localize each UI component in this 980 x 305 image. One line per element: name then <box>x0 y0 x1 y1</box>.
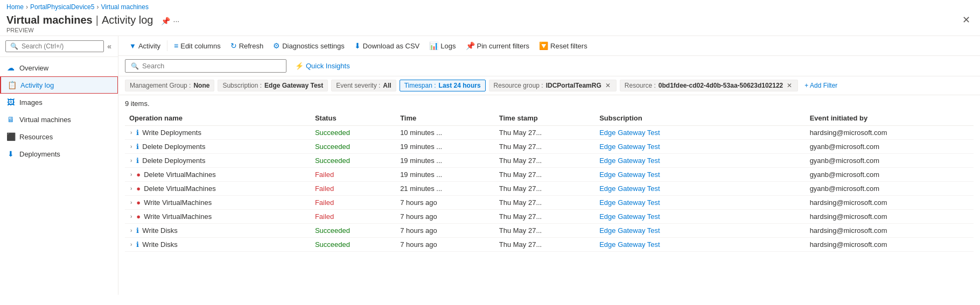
cell-initiated: hardsing@microsoft.com <box>806 210 974 224</box>
diagnostics-icon: ⚙ <box>273 41 280 50</box>
diagnostics-button[interactable]: ⚙ Diagnostics settings <box>269 39 349 52</box>
sidebar-item-virtual-machines[interactable]: 🖥 Virtual machines <box>0 111 118 128</box>
subscription-link[interactable]: Edge Gateway Test <box>599 157 660 165</box>
subscription-link[interactable]: Edge Gateway Test <box>599 198 660 207</box>
quick-insights-button[interactable]: ⚡ Quick Insights <box>291 60 354 72</box>
filter-tag-timespan[interactable]: Timespan : Last 24 hours <box>400 80 486 91</box>
filter-search-input[interactable] <box>142 62 281 70</box>
filter-value: None <box>193 82 209 89</box>
cell-operation: › ℹ Write Deployments <box>125 126 311 140</box>
cell-subscription: Edge Gateway Test <box>595 182 805 196</box>
sidebar-collapse-button[interactable]: « <box>106 41 113 52</box>
col-time[interactable]: Time <box>396 111 495 126</box>
breadcrumb-home[interactable]: Home <box>6 3 24 11</box>
col-status[interactable]: Status <box>311 111 396 126</box>
cell-time: 19 minutes ... <box>396 140 495 154</box>
sidebar-item-images[interactable]: 🖼 Images <box>0 94 118 111</box>
refresh-button[interactable]: ↻ Refresh <box>226 39 268 52</box>
sidebar-search-input[interactable] <box>22 42 99 50</box>
content-area: ▼ Activity ≡ Edit columns ↻ Refresh ⚙ Di… <box>118 36 980 295</box>
reset-filters-label: Reset filters <box>550 42 587 50</box>
cell-subscription: Edge Gateway Test <box>595 238 805 252</box>
add-filter-button[interactable]: + Add Filter <box>801 80 841 91</box>
col-subscription[interactable]: Subscription <box>595 111 805 126</box>
cell-timestamp: Thu May 27... <box>495 168 595 182</box>
cell-subscription: Edge Gateway Test <box>595 196 805 210</box>
expand-button[interactable]: › <box>129 214 133 219</box>
expand-button[interactable]: › <box>129 242 133 247</box>
sidebar-item-resources[interactable]: ⬛ Resources <box>0 128 118 145</box>
expand-button[interactable]: › <box>129 144 133 150</box>
sidebar-item-activity-log[interactable]: 📋 Activity log <box>0 76 118 94</box>
filter-value: Last 24 hours <box>439 82 481 89</box>
expand-button[interactable]: › <box>129 228 133 233</box>
subscription-link[interactable]: Edge Gateway Test <box>599 185 660 193</box>
filter-tag-resource: Resource : 0bd1fdee-cd02-4d0b-53aa-50623… <box>620 80 799 91</box>
reset-filters-icon: 🔽 <box>539 41 548 50</box>
download-button[interactable]: ⬇ Download as CSV <box>350 39 424 52</box>
cell-time: 10 minutes ... <box>396 126 495 140</box>
filter-tag-close-resource-group[interactable]: ✕ <box>604 82 612 89</box>
expand-button[interactable]: › <box>129 172 133 178</box>
operation-name: Delete VirtualMachines <box>144 171 215 179</box>
cell-time: 19 minutes ... <box>396 154 495 168</box>
filter-value: IDCPortalTeamRG <box>546 82 601 89</box>
more-button[interactable]: ··· <box>173 17 180 25</box>
logs-button[interactable]: 📊 Logs <box>425 39 460 52</box>
filter-tag-resource-group: Resource group : IDCPortalTeamRG ✕ <box>489 80 617 91</box>
cell-subscription: Edge Gateway Test <box>595 168 805 182</box>
subscription-link[interactable]: Edge Gateway Test <box>599 240 660 249</box>
pin-filters-button[interactable]: 📌 Pin current filters <box>461 39 534 52</box>
sidebar: 🔍 « ☁ Overview 📋 Activity log 🖼 Images 🖥… <box>0 36 118 295</box>
operation-name: Write VirtualMachines <box>144 198 212 207</box>
cell-subscription: Edge Gateway Test <box>595 154 805 168</box>
sidebar-item-deployments[interactable]: ⬇ Deployments <box>0 145 118 162</box>
table-section: 9 items. Operation name Status Time Time… <box>118 95 980 295</box>
page-title: Virtual machines <box>6 14 93 26</box>
breadcrumb-sep-2: › <box>96 3 99 11</box>
sidebar-item-label: Virtual machines <box>19 116 71 124</box>
filter-search-box[interactable]: 🔍 <box>125 59 286 73</box>
virtual-machines-icon: 🖥 <box>6 115 15 124</box>
close-button[interactable]: ✕ <box>959 13 974 27</box>
cell-operation: › ℹ Delete Deployments <box>125 140 311 154</box>
subscription-link[interactable]: Edge Gateway Test <box>599 212 660 221</box>
col-initiated[interactable]: Event initiated by <box>806 111 974 126</box>
expand-button[interactable]: › <box>129 186 133 191</box>
cell-timestamp: Thu May 27... <box>495 154 595 168</box>
sidebar-item-overview[interactable]: ☁ Overview <box>0 59 118 76</box>
status-icon: ● <box>136 212 141 221</box>
subscription-link[interactable]: Edge Gateway Test <box>599 143 660 151</box>
main-layout: 🔍 « ☁ Overview 📋 Activity log 🖼 Images 🖥… <box>0 36 980 295</box>
cell-time: 19 minutes ... <box>396 168 495 182</box>
subscription-link[interactable]: Edge Gateway Test <box>599 129 660 137</box>
edit-columns-button[interactable]: ≡ Edit columns <box>170 39 225 52</box>
col-timestamp[interactable]: Time stamp <box>495 111 595 126</box>
filter-tag-event-severity: Event severity : All <box>331 80 396 91</box>
expand-button[interactable]: › <box>129 158 133 164</box>
cell-initiated: gyanb@microsoft.com <box>806 182 974 196</box>
breadcrumb-vms[interactable]: Virtual machines <box>101 3 149 11</box>
expand-button[interactable]: › <box>129 130 133 136</box>
operation-name: Write VirtualMachines <box>144 212 212 221</box>
activity-table: Operation name Status Time Time stamp Su… <box>125 111 974 252</box>
expand-button[interactable]: › <box>129 200 133 205</box>
subscription-link[interactable]: Edge Gateway Test <box>599 226 660 235</box>
sidebar-search-box[interactable]: 🔍 <box>5 40 104 52</box>
reset-filters-button[interactable]: 🔽 Reset filters <box>535 39 592 52</box>
pin-button[interactable]: 📌 <box>161 17 170 25</box>
activity-button[interactable]: ▼ Activity <box>125 40 165 52</box>
filter-key: Resource group : <box>494 82 543 89</box>
filter-search-icon: 🔍 <box>131 62 139 70</box>
refresh-icon: ↻ <box>230 41 237 50</box>
filter-tag-close-resource[interactable]: ✕ <box>786 82 793 89</box>
subscription-link[interactable]: Edge Gateway Test <box>599 171 660 179</box>
cell-timestamp: Thu May 27... <box>495 196 595 210</box>
cell-initiated: hardsing@microsoft.com <box>806 126 974 140</box>
cell-initiated: hardsing@microsoft.com <box>806 196 974 210</box>
toolbar-separator-1 <box>167 40 167 51</box>
pin-filters-label: Pin current filters <box>477 42 530 50</box>
breadcrumb-device[interactable]: PortalPhysicalDevice5 <box>30 3 94 11</box>
table-row: › ℹ Write Deployments Succeeded 10 minut… <box>125 126 974 140</box>
col-operation[interactable]: Operation name <box>125 111 311 126</box>
